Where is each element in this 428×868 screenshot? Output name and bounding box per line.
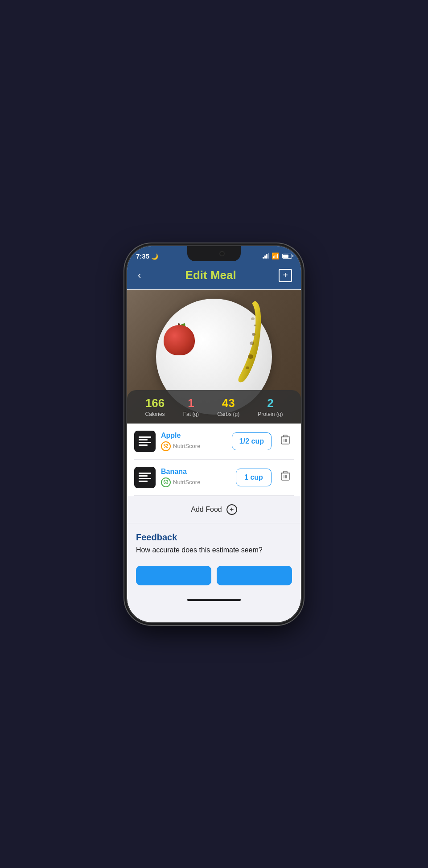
bottom-right-button[interactable] [217, 566, 292, 585]
svg-point-2 [248, 354, 253, 359]
apple-nutriscore: 52 NutriScore [161, 441, 200, 451]
banana-nutriscore-label: NutriScore [173, 479, 200, 485]
food-icon-banana [134, 467, 156, 488]
phone-frame: 7:35 🌙 📶 ‹ Edit Mea [127, 246, 301, 622]
banana-nutriscore: 63 NutriScore [161, 477, 200, 487]
bottom-bar [127, 559, 301, 599]
app-header: ‹ Edit Meal + [127, 263, 301, 289]
food-info-banana: Banana 63 NutriScore [161, 468, 230, 487]
calories-display: 166 Calories [145, 396, 165, 417]
fat-label: Fat (g) [183, 411, 199, 417]
status-time: 7:35 🌙 [136, 252, 158, 260]
carbs-display: 43 Carbs (g) [217, 396, 239, 417]
phone-screen: 7:35 🌙 📶 ‹ Edit Mea [127, 246, 301, 622]
add-food-section[interactable]: Add Food + [127, 496, 301, 523]
carbs-label: Carbs (g) [217, 411, 239, 417]
banana-quantity-button[interactable]: 1 cup [236, 469, 272, 486]
apple-delete-button[interactable] [277, 433, 294, 449]
feedback-section: Feedback How accurate does this estimate… [127, 523, 301, 559]
calories-value: 166 [145, 396, 165, 410]
fat-value: 1 [183, 396, 199, 410]
food-item-apple: Apple 52 NutriScore 1/2 cup [134, 424, 294, 460]
carbs-value: 43 [217, 396, 239, 410]
moon-icon: 🌙 [151, 253, 158, 260]
svg-point-4 [254, 325, 256, 326]
food-item-banana: Banana 63 NutriScore 1 cup [134, 460, 294, 496]
svg-point-0 [252, 333, 255, 336]
banana-delete-button[interactable] [277, 469, 294, 485]
calories-label: Calories [145, 411, 165, 417]
feedback-question: How accurate does this estimate seem? [136, 546, 292, 554]
protein-display: 2 Protein (g) [258, 396, 283, 417]
home-indicator [187, 599, 241, 601]
bottom-left-button[interactable] [136, 566, 211, 585]
apple-nutriscore-circle: 52 [161, 441, 171, 451]
svg-rect-14 [284, 471, 287, 473]
food-icon-apple [134, 431, 156, 452]
nutrition-overlay: 166 Calories 1 Fat (g) 43 Carbs (g) 2 Pr… [127, 390, 301, 424]
notch [187, 246, 241, 261]
back-button[interactable]: ‹ [136, 268, 143, 283]
banana-image [230, 299, 266, 388]
svg-point-5 [251, 317, 255, 320]
feedback-title: Feedback [136, 532, 292, 543]
add-food-label: Add Food [191, 506, 222, 514]
banana-nutriscore-circle: 63 [161, 477, 171, 487]
protein-label: Protein (g) [258, 411, 283, 417]
apple-name[interactable]: Apple [161, 432, 226, 440]
food-list: Apple 52 NutriScore 1/2 cup [127, 424, 301, 496]
food-info-apple: Apple 52 NutriScore [161, 432, 226, 451]
time-display: 7:35 [136, 252, 149, 260]
svg-point-3 [246, 366, 249, 369]
signal-icon [263, 253, 269, 259]
svg-point-1 [250, 341, 254, 345]
wifi-icon: 📶 [272, 252, 279, 259]
add-food-icon: + [226, 504, 237, 515]
status-icons: 📶 [263, 252, 292, 259]
apple-quantity-button[interactable]: 1/2 cup [232, 432, 272, 450]
battery-icon [282, 254, 292, 259]
fat-display: 1 Fat (g) [183, 396, 199, 417]
bookmark-button[interactable]: + [279, 269, 292, 282]
apple-nutriscore-label: NutriScore [173, 443, 200, 449]
meal-image: 166 Calories 1 Fat (g) 43 Carbs (g) 2 Pr… [127, 290, 301, 424]
plate-scene: 166 Calories 1 Fat (g) 43 Carbs (g) 2 Pr… [127, 290, 301, 424]
banana-name[interactable]: Banana [161, 468, 230, 476]
svg-rect-8 [284, 435, 287, 437]
camera-dot [219, 251, 225, 256]
page-title: Edit Meal [185, 268, 236, 282]
apple-image [161, 321, 197, 357]
protein-value: 2 [258, 396, 283, 410]
